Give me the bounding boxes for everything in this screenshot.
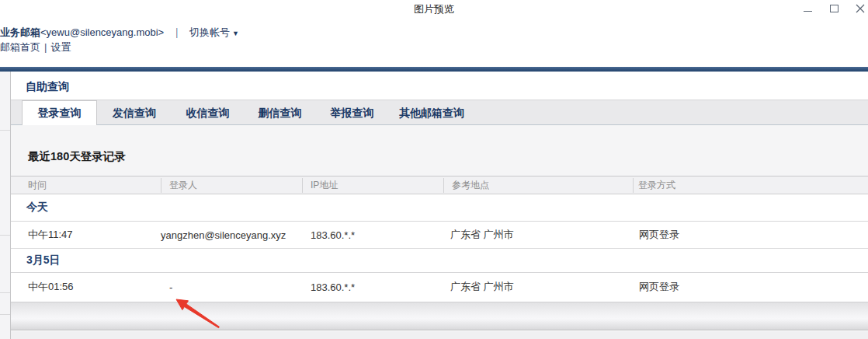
table-row: 中午01:56 - 183.60.*.* 广东省 广州市 网页登录 (11, 273, 868, 301)
column-header-method: 登录方式 (638, 176, 675, 194)
cell-ip: 183.60.*.* (311, 281, 355, 293)
cell-location: 广东省 广州市 (450, 228, 514, 242)
cell-time: 中午01:56 (28, 280, 74, 294)
query-tab-bar: 登录查询 发信查询 收信查询 删信查询 举报查询 其他邮箱查询 (11, 100, 868, 125)
maximize-icon (830, 5, 838, 12)
minimize-button[interactable] (797, 0, 818, 17)
tab-login-query[interactable]: 登录查询 (22, 100, 97, 126)
column-header-location: 参考地点 (452, 176, 489, 194)
window-titlebar: 图片预览 (0, 0, 868, 16)
gutter-line (0, 130, 10, 131)
login-table-header: 时间 登录人 IP地址 参考地点 登录方式 (11, 176, 868, 194)
gutter-line (0, 314, 10, 315)
close-icon (856, 4, 865, 13)
login-table-body: 今天 中午11:47 yangzhen@silenceyang.xyz 183.… (11, 194, 868, 301)
image-preview-window: 图片预览 业务邮箱<yewu@silenceyang.mobi>｜切换帐号▼ 邮… (0, 0, 868, 339)
switch-account-link[interactable]: 切换帐号 (189, 26, 230, 38)
mailbox-home-link[interactable]: 邮箱首页 (0, 41, 40, 53)
date-group-label: 3月5日 (26, 253, 61, 267)
account-separator: ｜ (172, 26, 182, 38)
panel-title: 自助查询 (26, 80, 69, 94)
date-group-header-today: 今天 (11, 194, 868, 222)
nav-divider: | (44, 41, 47, 53)
tab-other-mail-query[interactable]: 其他邮箱查询 (388, 100, 475, 126)
mailbox-type-label: 业务邮箱 (0, 26, 40, 38)
gutter-line (0, 292, 10, 293)
query-tabs: 登录查询 发信查询 收信查询 删信查询 举报查询 其他邮箱查询 (22, 100, 475, 126)
cell-time: 中午11:47 (28, 228, 73, 242)
settings-link[interactable]: 设置 (50, 41, 71, 53)
records-band: 最近180天登录记录 (11, 125, 868, 176)
account-header: 业务邮箱<yewu@silenceyang.mobi>｜切换帐号▼ 邮箱首页|设… (0, 16, 868, 67)
maximize-button[interactable] (823, 0, 845, 17)
tab-delete-query[interactable]: 删信查询 (244, 100, 316, 126)
gutter-line (0, 235, 10, 236)
minimize-icon (804, 11, 812, 12)
account-line: 业务邮箱<yewu@silenceyang.mobi>｜切换帐号▼ (0, 26, 239, 40)
mailbox-address: <yewu@silenceyang.mobi> (40, 26, 164, 38)
cell-method: 网页登录 (639, 280, 679, 294)
cell-ip: 183.60.*.* (311, 229, 355, 241)
column-divider (443, 178, 444, 193)
chevron-down-icon[interactable]: ▼ (232, 30, 239, 37)
column-header-ip: IP地址 (311, 176, 338, 194)
left-gutter (0, 72, 11, 339)
self-service-query-panel: 自助查询 登录查询 发信查询 收信查询 删信查询 举报查询 其他邮箱查询 最近1… (11, 72, 868, 339)
bottom-strip (11, 331, 868, 339)
cell-location: 广东省 广州市 (450, 280, 514, 294)
cell-user: yangzhen@silenceyang.xyz (161, 229, 286, 241)
tab-receive-query[interactable]: 收信查询 (172, 100, 244, 126)
column-header-time: 时间 (28, 176, 47, 194)
account-nav: 邮箱首页|设置 (0, 40, 71, 54)
column-divider (302, 178, 303, 193)
date-group-header-mar5: 3月5日 (11, 249, 868, 273)
records-title: 最近180天登录记录 (28, 149, 126, 164)
column-divider (161, 178, 161, 193)
footer-bar (11, 302, 868, 330)
tab-report-query[interactable]: 举报查询 (316, 100, 388, 126)
cell-method: 网页登录 (639, 228, 679, 242)
table-row: 中午11:47 yangzhen@silenceyang.xyz 183.60.… (11, 222, 868, 249)
tab-send-query[interactable]: 发信查询 (97, 100, 172, 126)
cell-user: - (169, 281, 172, 293)
close-button[interactable] (849, 0, 868, 17)
column-header-user: 登录人 (169, 176, 197, 194)
window-title: 图片预览 (414, 2, 454, 16)
column-divider (633, 178, 634, 193)
date-group-label: 今天 (26, 201, 48, 215)
